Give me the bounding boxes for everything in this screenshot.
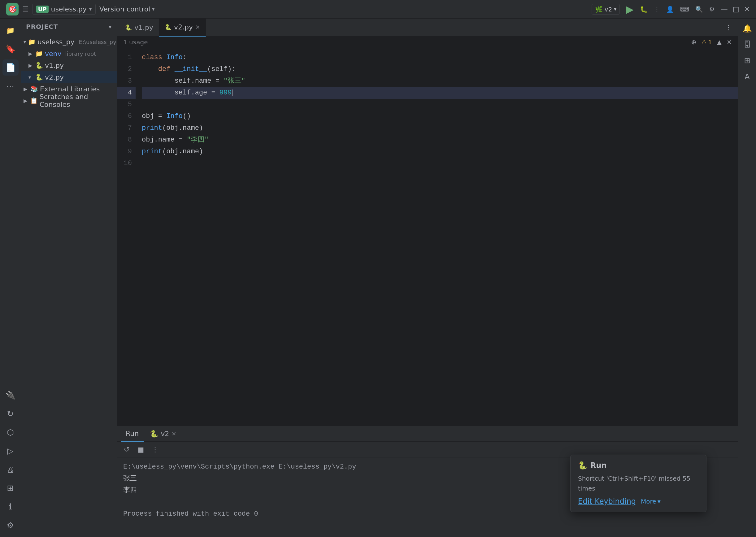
editor-area: 🐍 v1.py 🐍 v2.py ✕ ⋮ 1 usage ⊕ ⚠ xyxy=(117,19,738,426)
search-icon[interactable]: 🔍 xyxy=(695,6,703,13)
activity-run-icon[interactable]: ▷ xyxy=(2,443,19,459)
debug-icon[interactable]: 🐛 xyxy=(640,6,648,13)
activity-settings2-icon[interactable]: ⚙ xyxy=(2,517,19,533)
bottom-tab-v2[interactable]: 🐍 v2 ✕ xyxy=(145,426,181,442)
usage-indicator: 1 usage xyxy=(123,38,148,46)
v1py-label: v1.py xyxy=(45,62,64,69)
v2-tab-close-icon[interactable]: ✕ xyxy=(172,431,176,437)
warning-badge[interactable]: ⚠ 1 xyxy=(701,38,712,46)
project-name: useless.py xyxy=(51,5,87,13)
chevron-down-icon: ▾ xyxy=(89,6,92,12)
hamburger-icon[interactable]: ☰ xyxy=(22,5,28,13)
app-logo[interactable]: 🎯 xyxy=(6,3,19,16)
venv-chevron-icon: ▶ xyxy=(28,51,33,57)
translate-icon[interactable]: ⌨ xyxy=(680,6,689,13)
tab-v1py[interactable]: 🐍 v1.py xyxy=(119,19,159,37)
code-area[interactable]: class Info: def __init__(self): self.nam… xyxy=(138,48,738,426)
bottom-tab-run[interactable]: Run xyxy=(121,426,144,442)
window-controls: — □ ✕ xyxy=(721,5,750,13)
tree-item-root[interactable]: ▾ 📁 useless_py E:\useless_py xyxy=(21,36,117,48)
run-tab-label: Run xyxy=(126,430,139,437)
more-options-icon[interactable]: ⋮ xyxy=(654,6,660,13)
branch-selector[interactable]: 🌿 v2 ▾ xyxy=(592,4,620,15)
line-num-4: 4 xyxy=(117,87,136,99)
v2py-label: v2.py xyxy=(45,73,64,81)
run-button[interactable]: ▶ xyxy=(626,3,634,15)
line-num-1: 1 xyxy=(117,52,136,63)
activity-more-icon[interactable]: ⋯ xyxy=(2,78,19,94)
tree-item-venv[interactable]: ▶ 📁 venv library root xyxy=(21,48,117,60)
sidebar-header: Project ▾ xyxy=(21,19,117,35)
line-num-7: 7 xyxy=(117,122,136,134)
op-dot2: . xyxy=(191,87,195,99)
project-badge[interactable]: UP useless.py ▾ xyxy=(32,4,96,15)
tooltip-title: 🐍 Run xyxy=(578,461,699,470)
root-folder-icon: 📁 xyxy=(28,38,36,46)
activity-grid-icon[interactable]: ⊞ xyxy=(2,480,19,496)
close-button[interactable]: ✕ xyxy=(744,5,750,13)
tabs-more-icon[interactable]: ⋮ xyxy=(721,23,736,31)
tooltip-body-text: Shortcut 'Ctrl+Shift+F10' missed 55 time… xyxy=(578,475,690,492)
tab-v1py-icon: 🐍 xyxy=(125,24,132,31)
chevron-up-icon[interactable]: ✕ xyxy=(727,38,732,46)
expand-icon[interactable]: ▲ xyxy=(717,38,722,46)
v2py-file-icon: 🐍 xyxy=(35,73,43,81)
title-bar: 🎯 ☰ UP useless.py ▾ Version control ▾ 🌿 … xyxy=(0,0,756,19)
right-plugins2-icon[interactable]: ⊞ xyxy=(740,54,754,67)
venv-label: venv xyxy=(45,50,61,58)
code-line-8: obj.name = "李四" xyxy=(142,134,738,146)
num-999: 999 xyxy=(219,87,232,99)
var-obj2: obj xyxy=(166,122,179,134)
op-p2: ( xyxy=(162,146,166,158)
op-p1: ( xyxy=(162,122,166,134)
activity-project-icon[interactable]: 📁 xyxy=(2,22,19,38)
activity-layers-icon[interactable]: ⬡ xyxy=(2,424,19,440)
ext-libs-chevron-icon: ▶ xyxy=(23,86,28,92)
activity-info-icon[interactable]: ℹ xyxy=(2,499,19,515)
right-notifications-icon[interactable]: 🔔 xyxy=(740,22,754,35)
right-database-icon[interactable]: 🗄 xyxy=(740,38,754,51)
tree-item-v2py[interactable]: ▾ 🐍 v2.py xyxy=(21,71,117,83)
sidebar: Project ▾ ▾ 📁 useless_py E:\useless_py ▶… xyxy=(21,19,117,537)
fold-icon[interactable]: ⊕ xyxy=(691,38,696,46)
tooltip-edit-keybinding-link[interactable]: Edit Keybinding xyxy=(578,497,636,506)
toolbar-more-icon[interactable]: ⋮ xyxy=(149,443,161,455)
code-line-1: class Info: xyxy=(142,52,738,63)
tab-v2py[interactable]: 🐍 v2.py ✕ xyxy=(159,19,206,37)
tab-v2py-label: v2.py xyxy=(174,23,193,31)
op-cp2: ) xyxy=(199,146,203,158)
right-translate-icon[interactable]: A xyxy=(740,70,754,84)
toolbar-stop-icon[interactable]: ■ xyxy=(135,443,147,455)
activity-bookmark-icon[interactable]: 🔖 xyxy=(2,41,19,57)
activity-git-icon[interactable]: ↻ xyxy=(2,406,19,422)
minimize-button[interactable]: — xyxy=(721,5,728,13)
settings-icon[interactable]: ⚙ xyxy=(709,6,715,13)
op-close1: ): xyxy=(227,63,236,75)
toolbar-rerun-icon[interactable]: ↺ xyxy=(121,443,133,455)
bottom-tabs-bar: Run 🐍 v2 ✕ xyxy=(117,426,738,442)
line-num-5: 5 xyxy=(117,99,136,110)
indent-4 xyxy=(142,87,175,99)
tooltip-actions: Edit Keybinding More ▾ xyxy=(578,497,699,506)
scratches-label: Scratches and Consoles xyxy=(40,93,114,108)
activity-files-icon[interactable]: 📄 xyxy=(2,60,19,76)
tree-item-scratches[interactable]: ▶ 📋 Scratches and Consoles xyxy=(21,95,117,106)
op-dot4: . xyxy=(154,134,158,146)
tab-v2py-close-icon[interactable]: ✕ xyxy=(195,24,200,30)
tree-item-v1py[interactable]: ▶ 🐍 v1.py xyxy=(21,60,117,71)
tooltip-more-button[interactable]: More ▾ xyxy=(641,498,661,505)
line-num-2: 2 xyxy=(117,63,136,75)
root-path: E:\useless_py xyxy=(79,39,116,45)
activity-plugins-icon[interactable]: 🔌 xyxy=(2,387,19,403)
version-control-btn[interactable]: Version control ▾ xyxy=(99,5,154,13)
activity-print-icon[interactable]: 🖨 xyxy=(2,461,19,477)
profile-icon[interactable]: 👤 xyxy=(666,6,674,13)
scratches-chevron-icon: ▶ xyxy=(23,98,28,104)
tooltip-title-text: Run xyxy=(590,461,607,470)
v2-tab-icon: 🐍 xyxy=(150,430,158,437)
v1py-chevron-icon: ▶ xyxy=(28,62,33,68)
fn-print2: print xyxy=(142,146,162,158)
sidebar-chevron-icon: ▾ xyxy=(109,23,112,30)
indent-3 xyxy=(142,75,175,87)
maximize-button[interactable]: □ xyxy=(733,5,739,13)
